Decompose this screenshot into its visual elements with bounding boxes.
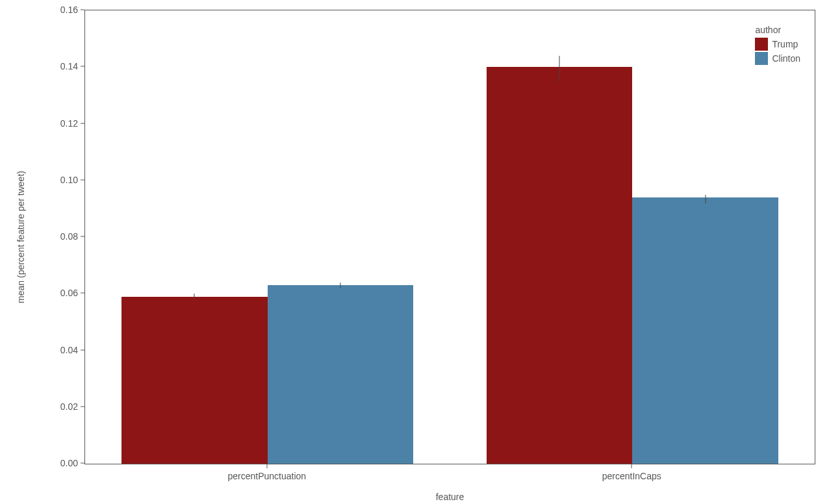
- y-axis-label: mean (percent feature per tweet): [16, 171, 26, 303]
- y-tick-label: 0.10: [60, 175, 78, 185]
- bar: [632, 197, 778, 464]
- error-bar: [705, 195, 706, 203]
- y-tick-label: 0.16: [60, 5, 78, 15]
- x-tick-label: percentInCaps: [602, 471, 661, 481]
- legend-swatch-icon: [755, 38, 768, 51]
- y-tick-label: 0.14: [60, 61, 78, 71]
- error-bar: [194, 294, 195, 299]
- y-tick-label: 0.12: [60, 118, 78, 129]
- x-axis: feature percentPunctuationpercentInCaps: [84, 464, 815, 503]
- x-tick-mark: [266, 464, 267, 468]
- y-tick-label: 0.06: [60, 288, 78, 298]
- y-tick-label: 0.04: [60, 345, 78, 355]
- legend-item-clinton: Clinton: [755, 52, 800, 65]
- bar: [268, 285, 414, 464]
- x-axis-label: feature: [436, 492, 465, 502]
- x-tick-mark: [631, 464, 632, 468]
- legend-swatch-icon: [755, 52, 768, 65]
- y-tick-label: 0.02: [60, 401, 78, 412]
- legend-label: Trump: [772, 39, 798, 49]
- error-bar: [340, 283, 341, 288]
- y-axis: mean (percent feature per tweet) 0.000.0…: [0, 10, 84, 464]
- y-tick-label: 0.00: [60, 458, 78, 468]
- legend-item-trump: Trump: [755, 38, 800, 51]
- legend-title: author: [755, 25, 800, 35]
- y-tick-label: 0.08: [60, 231, 78, 242]
- chart-container: mean (percent feature per tweet) 0.000.0…: [0, 0, 829, 504]
- bar: [487, 67, 633, 464]
- x-tick-label: percentPunctuation: [227, 471, 306, 481]
- error-bar: [559, 56, 559, 81]
- legend-label: Clinton: [772, 53, 800, 64]
- legend: author Trump Clinton: [755, 25, 800, 65]
- bar: [121, 297, 268, 464]
- plot-area: author Trump Clinton: [84, 10, 815, 464]
